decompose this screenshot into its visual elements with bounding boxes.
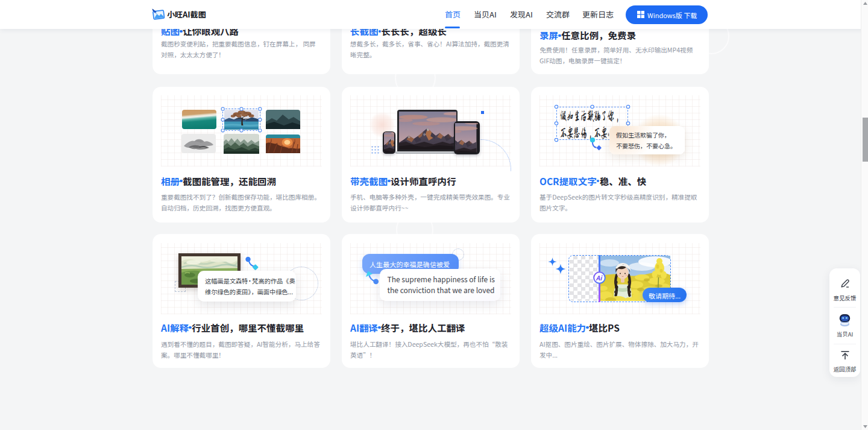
svg-text:Ai: Ai bbox=[596, 273, 603, 282]
